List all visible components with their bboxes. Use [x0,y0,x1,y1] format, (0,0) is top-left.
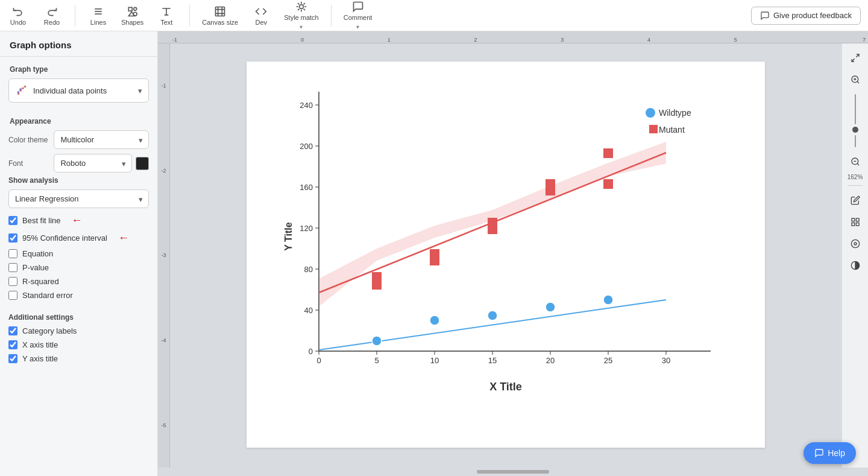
comment-button[interactable]: Comment ▾ [344,1,373,30]
shapes-button[interactable]: Shapes [121,5,143,26]
y-axis-title: Y Title [283,222,294,251]
checkbox-best-fit-line[interactable]: Best fit line ← [8,214,149,227]
p-value-checkbox[interactable] [8,263,17,272]
checkbox-category-labels[interactable]: Category labels [8,326,149,335]
graph-type-dropdown[interactable]: Individual data points ▾ [8,78,149,103]
canvas-size-button[interactable]: Canvas size [202,5,238,26]
y-axis-ticks: 0 40 80 120 160 200 240 [300,101,319,356]
best-fit-line-checkbox[interactable] [8,216,17,225]
font-control: Roboto [54,154,149,173]
mutant-point-4 [430,256,439,265]
zoom-line [855,94,856,124]
wildtype-point-2 [430,316,439,325]
svg-point-8 [300,5,304,9]
style-match-button[interactable]: Style match ▾ [284,1,318,30]
ruler-top: -1 0 1 2 3 4 5 7 [158,31,868,43]
canvas-scrollbar[interactable] [158,468,868,476]
zoom-line-2 [855,135,856,147]
svg-rect-56 [856,223,859,226]
svg-line-45 [852,59,855,62]
color-theme-control: Multicolor [54,130,149,149]
appearance-grid: Color theme Multicolor Font Roboto [0,130,157,173]
checkbox-r-squared[interactable]: R-squared [8,277,149,286]
zoom-dot [852,127,858,133]
checkbox-equation[interactable]: Equation [8,249,149,258]
canvas-area: -1 0 1 2 3 4 5 7 -1 -2 -3 -4 -5 [158,31,868,476]
scatter-icon [15,84,28,97]
checkbox-standard-error[interactable]: Standard error [8,291,149,300]
y-axis-title-checkbox[interactable] [8,354,17,363]
equation-checkbox[interactable] [8,249,17,258]
zoom-out-button[interactable] [846,152,865,171]
text-button[interactable]: Text [156,5,177,26]
wildtype-legend-label: Wildtype [659,108,691,118]
graph-type-section-label: Graph type [0,57,157,78]
grid-button[interactable] [846,212,865,232]
chart-container: Wildtype Mutant Y Title X Title [247,62,765,448]
divider [75,5,75,27]
wildtype-point-4 [546,302,555,312]
checkbox-confidence-interval[interactable]: 95% Confidence interval ← [8,232,149,244]
svg-text:200: 200 [300,142,313,151]
lines-button[interactable]: Lines [87,5,109,26]
color-theme-select[interactable]: Multicolor [54,130,149,149]
wildtype-legend-icon [646,108,655,118]
dev-button[interactable]: Dev [250,5,272,26]
svg-text:20: 20 [546,356,555,365]
analysis-type-wrapper: Linear Regression [8,189,149,208]
x-axis-title-checkbox[interactable] [8,340,17,349]
help-button[interactable]: Help [804,442,856,464]
svg-text:120: 120 [300,224,313,233]
svg-text:80: 80 [304,265,313,274]
redo-button[interactable]: Redo [41,5,63,26]
canvas-content[interactable]: Wildtype Mutant Y Title X Title [170,43,841,468]
checkbox-x-axis-title[interactable]: X axis title [8,340,149,349]
edit-button[interactable] [846,191,865,210]
svg-rect-55 [852,223,855,226]
svg-point-12 [24,86,27,88]
svg-rect-15 [319,92,705,351]
feedback-button[interactable]: Give product feedback [751,7,861,25]
mutant-point-10 [603,179,613,189]
svg-text:25: 25 [604,356,612,365]
mutant-point-8 [546,186,555,195]
expand-button[interactable] [846,48,865,68]
font-color-swatch[interactable] [136,157,149,170]
zoom-slider[interactable] [852,94,858,147]
svg-rect-53 [852,218,855,221]
font-select[interactable]: Roboto [54,154,132,173]
dropdown-chevron-icon: ▾ [138,86,142,95]
svg-text:5: 5 [374,356,379,365]
preview-button[interactable] [846,234,865,253]
graph-type-dropdown-row: Individual data points ▾ [0,78,157,109]
show-analysis-section: Show analysis Linear Regression [0,176,157,208]
divider2 [189,5,190,27]
checkbox-p-value[interactable]: P-value [8,263,149,272]
category-labels-checkbox[interactable] [8,326,17,335]
analysis-checkboxes: Best fit line ← 95% Confidence interval … [0,208,157,300]
mutant-legend-label: Mutant [659,125,685,135]
svg-text:10: 10 [430,356,439,365]
mutant-point-6 [488,224,497,234]
additional-settings-label: Additional settings [8,313,149,322]
svg-text:0: 0 [316,356,321,365]
analysis-type-select[interactable]: Linear Regression [8,189,149,208]
svg-point-58 [854,243,857,245]
wildtype-best-fit-line [319,300,666,350]
checkbox-y-axis-title[interactable]: Y axis title [8,354,149,363]
confidence-interval-checkbox[interactable] [8,233,17,243]
zoom-in-button[interactable] [846,70,865,89]
main-layout: Graph options Graph type Individual data… [0,31,868,476]
svg-text:40: 40 [304,306,313,315]
scrollbar-thumb [477,470,549,474]
ruler-left: -1 -2 -3 -4 -5 [158,43,170,468]
undo-button[interactable]: Undo [7,5,29,26]
chart-svg: Wildtype Mutant Y Title X Title [283,80,753,393]
r-squared-checkbox[interactable] [8,277,17,286]
graph-type-label: Individual data points [33,86,107,95]
standard-error-checkbox[interactable] [8,291,17,300]
svg-rect-7 [216,7,225,16]
contrast-button[interactable] [846,256,865,275]
svg-line-44 [856,54,859,57]
additional-settings: Additional settings Category labels X ax… [0,305,157,363]
